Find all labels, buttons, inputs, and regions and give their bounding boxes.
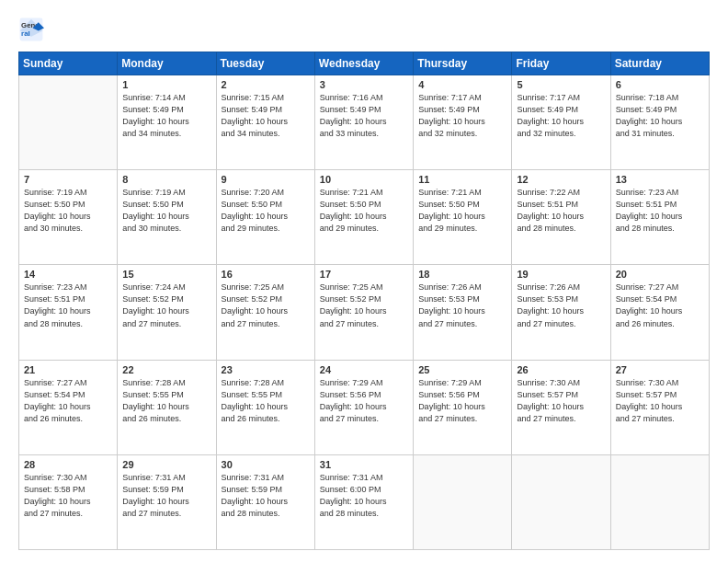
day-number: 2 <box>222 79 310 90</box>
header: Gene ral <box>18 17 710 42</box>
svg-text:ral: ral <box>21 29 30 38</box>
day-number: 19 <box>517 269 605 280</box>
day-number: 18 <box>418 269 506 280</box>
day-number: 16 <box>222 269 310 280</box>
day-number: 5 <box>517 79 605 90</box>
calendar-cell: 24Sunrise: 7:29 AMSunset: 5:56 PMDayligh… <box>314 360 413 454</box>
weekday-header-sunday: Sunday <box>19 52 118 75</box>
day-number: 6 <box>616 79 704 90</box>
page: Gene ral SundayMondayTuesdayWednesdayThu… <box>0 0 728 563</box>
day-number: 8 <box>122 174 210 185</box>
calendar-cell: 20Sunrise: 7:27 AMSunset: 5:54 PMDayligh… <box>610 265 709 360</box>
calendar-cell: 14Sunrise: 7:23 AMSunset: 5:51 PMDayligh… <box>19 265 118 360</box>
day-info: Sunrise: 7:28 AMSunset: 5:55 PMDaylight:… <box>122 377 210 425</box>
weekday-header-thursday: Thursday <box>414 52 512 75</box>
calendar-week-3: 14Sunrise: 7:23 AMSunset: 5:51 PMDayligh… <box>19 265 710 360</box>
calendar-cell: 21Sunrise: 7:27 AMSunset: 5:54 PMDayligh… <box>19 360 118 454</box>
calendar-week-5: 28Sunrise: 7:30 AMSunset: 5:58 PMDayligh… <box>19 454 710 549</box>
calendar-cell: 9Sunrise: 7:20 AMSunset: 5:50 PMDaylight… <box>216 170 314 265</box>
day-info: Sunrise: 7:22 AMSunset: 5:51 PMDaylight:… <box>517 187 605 235</box>
calendar-cell: 29Sunrise: 7:31 AMSunset: 5:59 PMDayligh… <box>118 454 216 549</box>
calendar-cell: 11Sunrise: 7:21 AMSunset: 5:50 PMDayligh… <box>414 170 512 265</box>
calendar-table: SundayMondayTuesdayWednesdayThursdayFrid… <box>18 52 710 550</box>
day-number: 26 <box>517 364 605 375</box>
day-info: Sunrise: 7:23 AMSunset: 5:51 PMDaylight:… <box>616 187 704 235</box>
calendar-week-2: 7Sunrise: 7:19 AMSunset: 5:50 PMDaylight… <box>19 170 710 265</box>
calendar-cell: 12Sunrise: 7:22 AMSunset: 5:51 PMDayligh… <box>512 170 610 265</box>
day-number: 10 <box>320 174 408 185</box>
day-info: Sunrise: 7:25 AMSunset: 5:52 PMDaylight:… <box>320 282 408 329</box>
calendar-cell: 13Sunrise: 7:23 AMSunset: 5:51 PMDayligh… <box>610 170 709 265</box>
day-info: Sunrise: 7:21 AMSunset: 5:50 PMDaylight:… <box>418 187 506 235</box>
day-number: 1 <box>122 79 210 90</box>
day-info: Sunrise: 7:17 AMSunset: 5:49 PMDaylight:… <box>517 92 605 140</box>
day-number: 27 <box>616 364 704 375</box>
weekday-header-saturday: Saturday <box>610 52 709 75</box>
calendar-cell: 26Sunrise: 7:30 AMSunset: 5:57 PMDayligh… <box>512 360 610 454</box>
day-info: Sunrise: 7:21 AMSunset: 5:50 PMDaylight:… <box>320 187 408 235</box>
day-info: Sunrise: 7:23 AMSunset: 5:51 PMDaylight:… <box>24 282 112 329</box>
day-info: Sunrise: 7:25 AMSunset: 5:52 PMDaylight:… <box>222 282 310 329</box>
day-info: Sunrise: 7:16 AMSunset: 5:49 PMDaylight:… <box>320 92 408 140</box>
calendar-cell: 4Sunrise: 7:17 AMSunset: 5:49 PMDaylight… <box>414 75 512 170</box>
calendar-cell: 18Sunrise: 7:26 AMSunset: 5:53 PMDayligh… <box>414 265 512 360</box>
day-info: Sunrise: 7:18 AMSunset: 5:49 PMDaylight:… <box>616 92 704 140</box>
day-info: Sunrise: 7:26 AMSunset: 5:53 PMDaylight:… <box>517 282 605 329</box>
day-info: Sunrise: 7:15 AMSunset: 5:49 PMDaylight:… <box>222 92 310 140</box>
day-number: 12 <box>517 174 605 185</box>
day-info: Sunrise: 7:29 AMSunset: 5:56 PMDaylight:… <box>418 377 506 425</box>
weekday-row: SundayMondayTuesdayWednesdayThursdayFrid… <box>19 52 710 75</box>
calendar-cell: 31Sunrise: 7:31 AMSunset: 6:00 PMDayligh… <box>314 454 413 549</box>
day-info: Sunrise: 7:24 AMSunset: 5:52 PMDaylight:… <box>122 282 210 329</box>
day-number: 13 <box>616 174 704 185</box>
day-info: Sunrise: 7:27 AMSunset: 5:54 PMDaylight:… <box>24 377 112 425</box>
day-info: Sunrise: 7:28 AMSunset: 5:55 PMDaylight:… <box>222 377 310 425</box>
day-info: Sunrise: 7:30 AMSunset: 5:57 PMDaylight:… <box>616 377 704 425</box>
day-number: 21 <box>24 364 112 375</box>
weekday-header-wednesday: Wednesday <box>314 52 413 75</box>
calendar-header: SundayMondayTuesdayWednesdayThursdayFrid… <box>19 52 710 75</box>
calendar-cell: 25Sunrise: 7:29 AMSunset: 5:56 PMDayligh… <box>414 360 512 454</box>
day-number: 24 <box>320 364 408 375</box>
calendar-cell: 10Sunrise: 7:21 AMSunset: 5:50 PMDayligh… <box>314 170 413 265</box>
day-number: 11 <box>418 174 506 185</box>
calendar-cell: 3Sunrise: 7:16 AMSunset: 5:49 PMDaylight… <box>314 75 413 170</box>
calendar-cell: 27Sunrise: 7:30 AMSunset: 5:57 PMDayligh… <box>610 360 709 454</box>
calendar-cell <box>414 454 512 549</box>
day-info: Sunrise: 7:29 AMSunset: 5:56 PMDaylight:… <box>320 377 408 425</box>
day-info: Sunrise: 7:30 AMSunset: 5:57 PMDaylight:… <box>517 377 605 425</box>
day-number: 17 <box>320 269 408 280</box>
day-info: Sunrise: 7:17 AMSunset: 5:49 PMDaylight:… <box>418 92 506 140</box>
calendar-cell: 16Sunrise: 7:25 AMSunset: 5:52 PMDayligh… <box>216 265 314 360</box>
day-number: 20 <box>616 269 704 280</box>
day-number: 31 <box>320 459 408 470</box>
calendar-cell: 2Sunrise: 7:15 AMSunset: 5:49 PMDaylight… <box>216 75 314 170</box>
calendar-body: 1Sunrise: 7:14 AMSunset: 5:49 PMDaylight… <box>19 75 710 550</box>
day-number: 30 <box>222 459 310 470</box>
day-number: 22 <box>122 364 210 375</box>
day-info: Sunrise: 7:14 AMSunset: 5:49 PMDaylight:… <box>122 92 210 140</box>
day-info: Sunrise: 7:31 AMSunset: 6:00 PMDaylight:… <box>320 472 408 520</box>
day-number: 4 <box>418 79 506 90</box>
day-number: 15 <box>122 269 210 280</box>
calendar-cell: 6Sunrise: 7:18 AMSunset: 5:49 PMDaylight… <box>610 75 709 170</box>
calendar-cell: 19Sunrise: 7:26 AMSunset: 5:53 PMDayligh… <box>512 265 610 360</box>
calendar-cell: 7Sunrise: 7:19 AMSunset: 5:50 PMDaylight… <box>19 170 118 265</box>
calendar-cell: 8Sunrise: 7:19 AMSunset: 5:50 PMDaylight… <box>118 170 216 265</box>
weekday-header-tuesday: Tuesday <box>216 52 314 75</box>
calendar-cell <box>610 454 709 549</box>
calendar-cell: 1Sunrise: 7:14 AMSunset: 5:49 PMDaylight… <box>118 75 216 170</box>
calendar-cell: 30Sunrise: 7:31 AMSunset: 5:59 PMDayligh… <box>216 454 314 549</box>
day-number: 25 <box>418 364 506 375</box>
day-info: Sunrise: 7:19 AMSunset: 5:50 PMDaylight:… <box>24 187 112 235</box>
day-number: 9 <box>222 174 310 185</box>
calendar-cell: 23Sunrise: 7:28 AMSunset: 5:55 PMDayligh… <box>216 360 314 454</box>
logo: Gene ral <box>18 17 48 42</box>
calendar-cell: 22Sunrise: 7:28 AMSunset: 5:55 PMDayligh… <box>118 360 216 454</box>
day-number: 29 <box>122 459 210 470</box>
weekday-header-friday: Friday <box>512 52 610 75</box>
calendar-cell: 5Sunrise: 7:17 AMSunset: 5:49 PMDaylight… <box>512 75 610 170</box>
day-info: Sunrise: 7:20 AMSunset: 5:50 PMDaylight:… <box>222 187 310 235</box>
weekday-header-monday: Monday <box>118 52 216 75</box>
day-info: Sunrise: 7:31 AMSunset: 5:59 PMDaylight:… <box>222 472 310 520</box>
